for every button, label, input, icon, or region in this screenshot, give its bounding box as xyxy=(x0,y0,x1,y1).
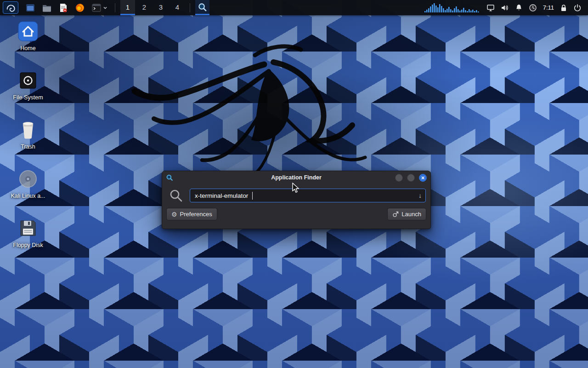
applications-menu-button[interactable] xyxy=(3,1,18,14)
chevron-down-icon xyxy=(103,6,107,10)
application-finder-window: Application Finder × x-terminal-emulator… xyxy=(162,171,431,229)
audio-spectrum-icon[interactable] xyxy=(424,3,481,13)
volume-icon[interactable] xyxy=(501,4,509,12)
workspace-button-1[interactable]: 1 xyxy=(120,0,135,15)
preferences-button[interactable]: ⚙ Preferences xyxy=(166,208,217,220)
desktop-icon-label: Kali Linux a... xyxy=(11,193,45,199)
launch-button-label: Launch xyxy=(401,211,421,218)
preferences-button-label: Preferences xyxy=(180,211,212,218)
power-icon[interactable] xyxy=(573,4,582,12)
desktop-icon-filesystem[interactable]: File System xyxy=(6,69,51,119)
desktop-icon-column: Home File System Trash xyxy=(6,20,51,266)
panel-tray: 7:11 xyxy=(424,3,585,13)
launch-button[interactable]: Launch xyxy=(387,208,426,220)
desktop-icon-label: Trash xyxy=(21,144,35,150)
desktop-icon-label: Floppy Disk xyxy=(13,242,43,248)
window-title: Application Finder xyxy=(162,174,430,181)
taskbar-texteditor-button[interactable] xyxy=(56,0,71,15)
workspace-button-3[interactable]: 3 xyxy=(153,0,168,15)
desktop-icon-label: File System xyxy=(13,94,43,101)
taskbar-application-finder-button[interactable] xyxy=(195,0,209,15)
text-editor-icon xyxy=(58,3,68,13)
file-manager-icon xyxy=(42,3,52,13)
floppy-icon xyxy=(18,218,38,238)
terminal-icon xyxy=(91,3,102,13)
desktop-icon-label: Home xyxy=(20,45,35,52)
dropdown-arrow-icon[interactable]: ↓ xyxy=(418,192,422,199)
lock-icon[interactable] xyxy=(560,4,567,12)
taskbar-terminal-button[interactable] xyxy=(89,0,110,15)
trash-icon xyxy=(19,120,37,139)
text-caret xyxy=(252,192,253,200)
search-icon xyxy=(169,188,183,203)
desktop-icon-home[interactable]: Home xyxy=(6,20,51,69)
top-panel: 1 2 3 4 xyxy=(0,0,588,15)
panel-separator xyxy=(115,3,115,12)
firefox-icon xyxy=(75,3,85,13)
desktop-icon-trash[interactable]: Trash xyxy=(6,119,51,168)
clock-status-icon[interactable] xyxy=(529,4,537,12)
disc-icon xyxy=(18,169,38,189)
search-row: x-terminal-emulator ↓ xyxy=(162,184,430,203)
magnifier-icon xyxy=(198,2,207,12)
taskbar-filemanager-button[interactable] xyxy=(40,0,54,15)
minimize-button[interactable] xyxy=(395,174,403,182)
close-button[interactable]: × xyxy=(419,174,427,182)
workspace-button-4[interactable]: 4 xyxy=(170,0,185,15)
search-input-value: x-terminal-emulator xyxy=(195,192,248,199)
workspace-button-2[interactable]: 2 xyxy=(137,0,152,15)
titlebar[interactable]: Application Finder × xyxy=(162,171,430,184)
display-icon[interactable] xyxy=(486,4,495,12)
window-icon xyxy=(25,3,35,13)
search-input[interactable]: x-terminal-emulator ↓ xyxy=(190,189,426,202)
gear-icon: ⚙ xyxy=(171,211,177,218)
kali-logo-icon xyxy=(6,3,16,13)
taskbar-window-button[interactable] xyxy=(23,0,38,15)
home-icon xyxy=(17,21,39,42)
filesystem-icon xyxy=(18,71,38,90)
panel-separator xyxy=(190,3,190,12)
bell-icon[interactable] xyxy=(515,4,523,12)
taskbar-firefox-button[interactable] xyxy=(73,0,87,15)
launch-icon xyxy=(392,211,399,218)
desktop-icon-kali-disc[interactable]: Kali Linux a... xyxy=(6,168,51,217)
button-row: ⚙ Preferences Launch xyxy=(162,203,430,220)
maximize-button[interactable] xyxy=(407,174,415,182)
desktop-icon-floppy[interactable]: Floppy Disk xyxy=(6,217,51,266)
panel-clock[interactable]: 7:11 xyxy=(543,4,554,11)
